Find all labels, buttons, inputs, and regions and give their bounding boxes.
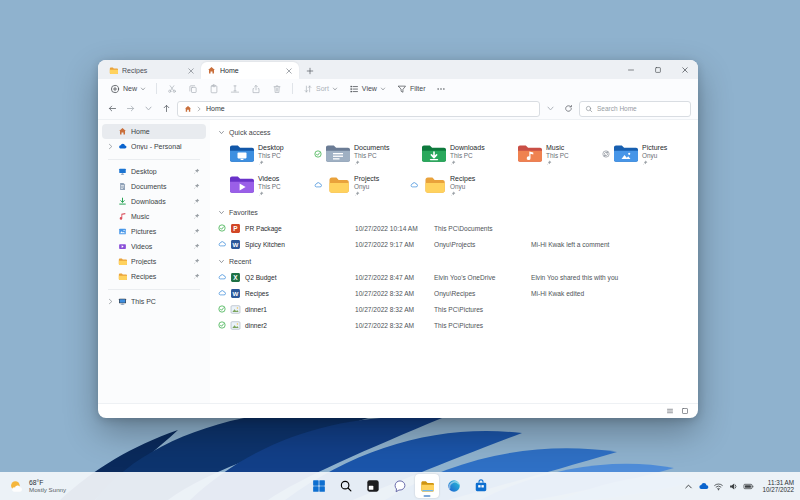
paste-button[interactable] [204,81,224,96]
sidebar-item-projects[interactable]: Projects [102,254,206,269]
sidebar-item-recipes[interactable]: Recipes [102,269,206,284]
more-options-button[interactable] [431,81,451,96]
taskbar-store-button[interactable] [469,474,493,498]
file-row-q2-budget[interactable]: XQ2 Budget10/27/2022 8:47 AMElvin Yoo's … [218,269,690,285]
volume-icon[interactable] [728,481,739,492]
sidebar-item-downloads[interactable]: Downloads [102,194,206,209]
filter-button[interactable]: Filter [392,81,431,96]
sidebar-item-videos[interactable]: Videos [102,239,206,254]
new-item-icon [110,84,120,94]
tile-recipes[interactable]: RecipesOnyu [410,171,506,202]
close-button[interactable] [671,60,698,79]
tab-home[interactable]: Home [201,62,299,79]
image-file-icon [230,320,245,331]
section-header-quick-access[interactable]: Quick access [218,126,690,139]
forward-button[interactable] [123,101,138,116]
sidebar-item-documents[interactable]: Documents [102,179,206,194]
folder-desktop-icon [229,143,255,164]
svg-text:W: W [233,289,239,296]
taskbar-edge-button[interactable] [442,474,466,498]
paste-icon [209,84,219,94]
plus-icon [306,67,314,75]
large-icons-view-toggle[interactable] [681,407,689,415]
wifi-icon[interactable] [713,481,724,492]
synced-check-icon [314,150,322,158]
copy-button[interactable] [183,81,203,96]
taskbar-start-button[interactable] [307,474,331,498]
store-icon [474,479,488,493]
pin-icon [642,160,648,166]
maximize-button[interactable] [644,60,671,79]
folder-plain-icon [325,174,351,195]
chevron-right-icon [107,228,114,235]
sidebar-item-this-pc[interactable]: This PC [102,294,206,309]
chevron-down-icon [546,104,555,113]
word-icon: W [230,288,245,299]
taskbar-task-view-button[interactable] [361,474,385,498]
details-view-toggle[interactable] [666,407,674,415]
sidebar-item-pictures[interactable]: Pictures [102,224,206,239]
file-row-spicy-kitchen[interactable]: WSpicy Kitchen10/27/2022 9:17 AMOnyu\Pro… [218,236,690,252]
cloud-icon [218,240,226,248]
view-button[interactable]: View [344,81,391,96]
tile-name: Recipes [450,175,475,183]
taskbar-clock[interactable]: 11:31 AM 10/27/2022 [762,479,794,493]
status-slot [506,143,517,165]
breadcrumb[interactable]: Home [177,101,540,117]
tile-pictures[interactable]: PicturesOnyu [602,140,698,171]
new-button[interactable]: New [105,81,151,96]
new-tab-button[interactable] [302,63,318,79]
address-dropdown-button[interactable] [543,101,558,116]
recent-locations-button[interactable] [141,101,156,116]
refresh-button[interactable] [561,101,576,116]
tab-recipes[interactable]: Recipes [103,62,201,79]
tile-projects[interactable]: ProjectsOnyu [314,171,410,202]
file-row-pr-package[interactable]: PPR Package10/27/2022 10:14 AMThis PC\Do… [218,220,690,236]
pictures-icon [118,227,127,236]
sidebar-item-home[interactable]: Home [102,124,206,139]
tile-videos[interactable]: VideosThis PC [218,171,314,202]
filter-icon [397,84,407,94]
weather-temp: 68°F [29,479,66,487]
battery-icon[interactable] [743,481,754,492]
sidebar-item-label: Desktop [131,168,189,175]
taskbar-file-explorer-button[interactable] [415,474,439,498]
close-tab-icon[interactable] [187,67,195,75]
taskbar-search-button[interactable] [334,474,358,498]
tile-documents[interactable]: DocumentsThis PC [314,140,410,171]
up-button[interactable] [159,101,174,116]
weather-widget[interactable]: 68°F Mostly Sunny [9,479,66,494]
tile-info: DownloadsThis PC [450,143,485,166]
search-input[interactable] [597,105,685,112]
onedrive-icon[interactable] [698,481,709,492]
chevron-right-icon [196,106,202,112]
sidebar-item-desktop[interactable]: Desktop [102,164,206,179]
chevron-down-icon [218,209,225,216]
sidebar-item-music[interactable]: Music [102,209,206,224]
section-header-recent[interactable]: Recent [218,255,690,268]
synced-check-icon [218,321,226,329]
section-header-favorites[interactable]: Favorites [218,206,690,219]
view-button-label: View [362,85,377,92]
file-row-recipes[interactable]: WRecipes10/27/2022 8:32 AMOnyu\RecipesMi… [218,285,690,301]
taskbar-chat-button[interactable] [388,474,412,498]
delete-button[interactable] [267,81,287,96]
clock-date: 10/27/2022 [762,486,794,493]
cut-button[interactable] [162,81,182,96]
system-tray: 11:31 AM 10/27/2022 [683,479,794,493]
rename-button[interactable] [225,81,245,96]
back-button[interactable] [105,101,120,116]
tile-desktop[interactable]: DesktopThis PC [218,140,314,171]
file-row-dinner1[interactable]: dinner110/27/2022 8:32 AMThis PC\Picture… [218,301,690,317]
share-button[interactable] [246,81,266,96]
sort-button[interactable]: Sort [298,81,343,96]
chevron-up-icon[interactable] [683,481,694,492]
tile-music[interactable]: MusicThis PC [506,140,602,171]
synced-check-icon [218,305,230,314]
tile-downloads[interactable]: DownloadsThis PC [410,140,506,171]
minimize-button[interactable] [617,60,644,79]
sidebar-item-onyu-personal[interactable]: Onyu - Personal [102,139,206,154]
close-tab-icon[interactable] [285,67,293,75]
cloud-icon [410,174,421,196]
file-row-dinner2[interactable]: dinner210/27/2022 8:32 AMThis PC\Picture… [218,317,690,333]
